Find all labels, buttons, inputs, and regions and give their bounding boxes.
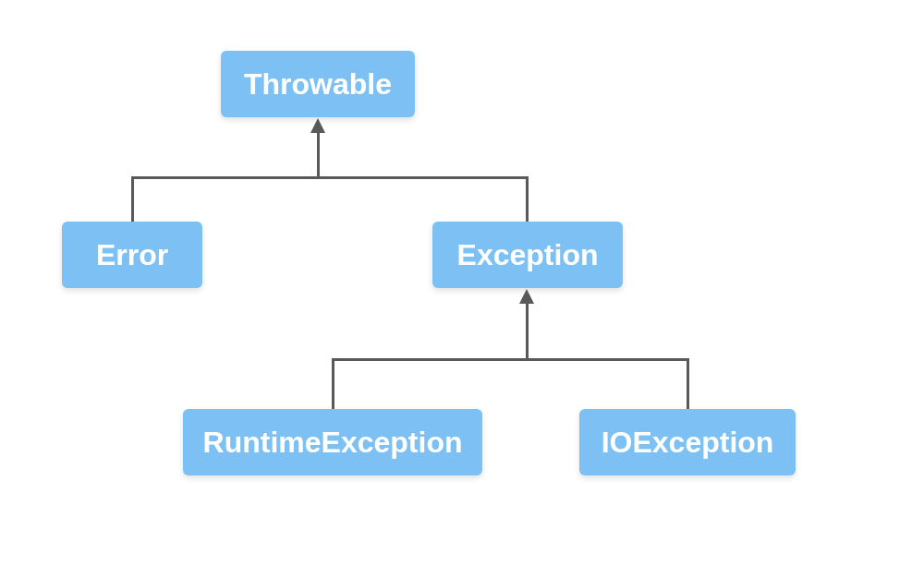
connector-line — [526, 303, 529, 360]
node-error: Error — [62, 222, 202, 288]
connector-line — [317, 132, 320, 178]
arrowhead-icon — [310, 118, 325, 133]
node-io-exception: IOException — [579, 409, 796, 475]
connector-line — [332, 358, 334, 409]
connector-line — [131, 176, 529, 179]
connector-line — [131, 176, 134, 222]
connector-line — [687, 358, 689, 409]
connector-line — [332, 358, 689, 361]
arrowhead-icon — [519, 289, 534, 304]
connector-line — [526, 176, 529, 222]
node-throwable: Throwable — [221, 51, 415, 117]
node-runtime-exception: RuntimeException — [183, 409, 482, 475]
node-exception: Exception — [432, 222, 623, 288]
